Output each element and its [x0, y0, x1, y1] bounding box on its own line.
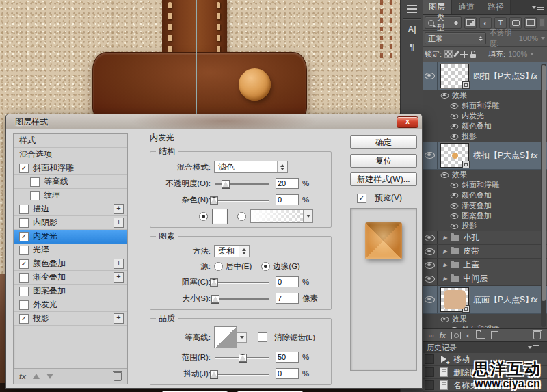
add-mask-icon[interactable]: [451, 332, 461, 339]
effects-header-row[interactable]: 效果: [423, 314, 547, 324]
character-panel-icon[interactable]: A|: [401, 21, 423, 38]
choke-input[interactable]: [276, 276, 299, 287]
visibility-eye-icon[interactable]: [441, 93, 449, 99]
fx-badge[interactable]: fx: [531, 72, 537, 80]
tab-channels[interactable]: 通道: [452, 0, 481, 14]
visibility-eye-icon[interactable]: [425, 73, 435, 79]
filter-shape-layers-icon[interactable]: [509, 17, 522, 29]
filter-type-dropdown[interactable]: 类型: [425, 16, 462, 29]
layer-group-row[interactable]: ▶皮带: [423, 245, 547, 259]
range-input[interactable]: [276, 352, 299, 363]
opacity-dropdown-icon[interactable]: [541, 37, 545, 40]
noise-input[interactable]: [276, 194, 299, 205]
add-effect-instance-button[interactable]: +: [114, 272, 124, 283]
style-item[interactable]: ✓颜色叠加+: [14, 257, 127, 271]
lock-position-icon[interactable]: [460, 51, 468, 58]
visibility-eye-icon[interactable]: [451, 103, 459, 109]
opacity-value[interactable]: 100%: [519, 34, 538, 42]
effect-row[interactable]: 内发光: [423, 111, 547, 121]
move-effect-down-icon[interactable]: [46, 374, 53, 379]
visibility-eye-icon[interactable]: [451, 327, 459, 328]
lock-pixels-icon[interactable]: [453, 51, 459, 57]
expand-triangle-icon[interactable]: ▶: [443, 276, 447, 282]
fx-menu-icon[interactable]: fx: [19, 372, 26, 380]
filter-smart-objects-icon[interactable]: [524, 17, 537, 29]
effect-row[interactable]: 投影: [423, 221, 547, 231]
source-edge-radio[interactable]: [261, 262, 270, 271]
jitter-slider[interactable]: [214, 367, 271, 380]
jitter-input[interactable]: [276, 368, 299, 379]
move-effect-up-icon[interactable]: [33, 374, 40, 379]
new-group-icon[interactable]: [476, 332, 485, 339]
new-style-button[interactable]: 新建样式(W)...: [350, 172, 417, 186]
expand-triangle-icon[interactable]: ▶: [443, 262, 447, 268]
gradient-picker[interactable]: [250, 209, 313, 223]
lock-all-icon[interactable]: [470, 54, 476, 58]
visibility-eye-icon[interactable]: [451, 134, 459, 140]
range-slider[interactable]: [214, 351, 271, 363]
contour-dropdown-icon[interactable]: [237, 332, 247, 343]
style-item[interactable]: ✓内发光: [14, 230, 127, 244]
add-effect-instance-button[interactable]: +: [114, 313, 124, 324]
style-checkbox[interactable]: [19, 246, 29, 255]
panel-menu-icon[interactable]: [529, 0, 547, 14]
layer-row[interactable]: 圆扣【P大点S】fx▲: [423, 62, 547, 90]
method-select[interactable]: 柔和: [214, 245, 250, 257]
layers-scrollbar[interactable]: [541, 64, 546, 327]
gradient-radio[interactable]: [237, 212, 246, 221]
style-checkbox[interactable]: ✓: [19, 164, 29, 173]
layer-group-row[interactable]: ▶小孔: [423, 231, 547, 245]
visibility-eye-icon[interactable]: [441, 172, 449, 178]
close-button[interactable]: x: [397, 116, 418, 128]
visibility-eye-icon[interactable]: [425, 235, 435, 241]
fx-badge[interactable]: fx: [531, 151, 537, 159]
delete-effect-icon[interactable]: [114, 372, 122, 381]
style-item[interactable]: 混合选项: [14, 148, 127, 161]
style-checkbox[interactable]: ✓: [19, 259, 29, 269]
fill-value[interactable]: 100%: [508, 50, 527, 58]
expand-triangle-icon[interactable]: ▶: [443, 248, 447, 254]
tab-paths[interactable]: 路径: [481, 0, 511, 14]
link-layers-icon[interactable]: ∞: [429, 331, 434, 339]
size-slider[interactable]: [214, 292, 271, 304]
visibility-eye-icon[interactable]: [451, 203, 459, 209]
style-item[interactable]: ✓斜面和浮雕: [14, 161, 127, 175]
ok-button[interactable]: 确定: [350, 135, 417, 149]
history-panel-header[interactable]: 历史记录: [423, 341, 547, 353]
style-checkbox[interactable]: [19, 273, 29, 283]
style-item[interactable]: 渐变叠加+: [14, 271, 127, 285]
visibility-eye-icon[interactable]: [451, 224, 459, 229]
antialias-checkbox[interactable]: [258, 332, 267, 342]
history-source-box[interactable]: [425, 354, 434, 364]
layer-group-row[interactable]: ▶上盖: [423, 259, 547, 272]
effect-row[interactable]: 渐变叠加: [423, 200, 547, 211]
fx-badge[interactable]: fx: [531, 296, 537, 304]
opacity-slider[interactable]: [214, 177, 271, 190]
style-checkbox[interactable]: ✓: [19, 232, 29, 241]
lock-transparency-icon[interactable]: [444, 50, 453, 58]
visibility-eye-icon[interactable]: [425, 276, 435, 283]
visibility-eye-icon[interactable]: [451, 183, 459, 188]
noise-slider[interactable]: [214, 194, 271, 206]
effect-row[interactable]: 投影: [423, 131, 547, 142]
layer-effects-icon[interactable]: fx: [440, 332, 446, 339]
style-item[interactable]: 内阴影+: [14, 216, 127, 230]
effects-header-row[interactable]: 效果: [423, 90, 547, 101]
effect-row[interactable]: 颜色叠加: [423, 190, 547, 200]
filter-type-layers-icon[interactable]: T: [494, 17, 507, 29]
style-checkbox[interactable]: [30, 177, 40, 187]
style-checkbox[interactable]: ✓: [19, 314, 29, 324]
filter-adjustment-layers-icon[interactable]: ◐: [479, 17, 492, 29]
visibility-eye-icon[interactable]: [451, 193, 459, 198]
history-menu-icon[interactable]: [524, 345, 543, 350]
effect-row[interactable]: 斜面和浮雕: [423, 180, 547, 190]
style-item[interactable]: 图案叠加: [14, 285, 127, 298]
style-item[interactable]: ✓投影+: [14, 312, 127, 326]
style-item[interactable]: 样式: [14, 134, 127, 148]
effects-header-row[interactable]: 效果: [423, 170, 547, 180]
style-checkbox[interactable]: [19, 218, 29, 228]
brush-presets-icon[interactable]: [401, 0, 423, 18]
add-effect-instance-button[interactable]: +: [114, 204, 124, 214]
add-effect-instance-button[interactable]: +: [114, 218, 124, 228]
style-checkbox[interactable]: [19, 205, 29, 214]
